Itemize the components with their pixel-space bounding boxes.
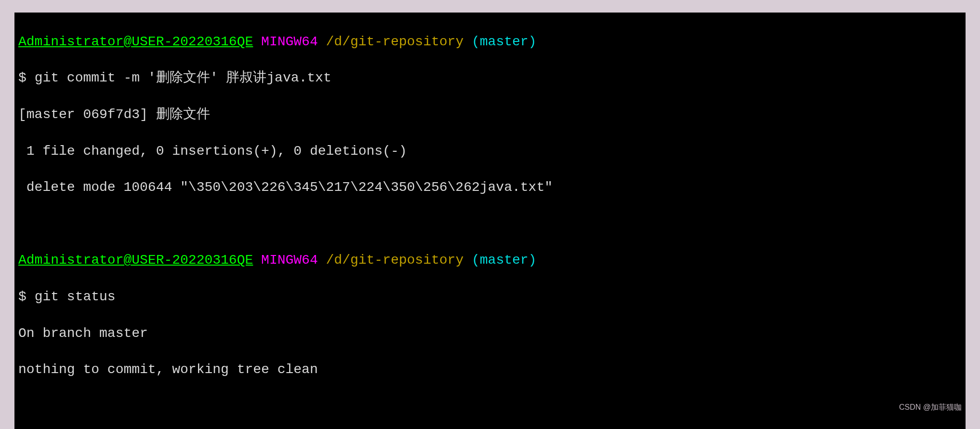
watermark-text: CSDN @加菲猫咖 — [899, 402, 962, 413]
output-line: On branch master — [18, 324, 962, 343]
prompt-branch: (master) — [472, 34, 536, 49]
output-line: 1 file changed, 0 insertions(+), 0 delet… — [18, 142, 962, 161]
prompt-user: Administrator@USER-20220316QE — [18, 253, 253, 268]
prompt-dollar: $ — [18, 289, 26, 304]
terminal-output[interactable]: Administrator@USER-20220316QE MINGW64 /d… — [14, 13, 966, 429]
blank-line — [18, 397, 962, 416]
prompt-path: /d/git-repository — [326, 253, 464, 268]
blank-line — [18, 215, 962, 233]
output-line: delete mode 100644 "\350\203\226\345\217… — [18, 178, 962, 197]
command-1: git commit -m '删除文件' 胖叔讲java.txt — [35, 70, 331, 85]
prompt-line-1: Administrator@USER-20220316QE MINGW64 /d… — [18, 33, 962, 51]
prompt-line-2: Administrator@USER-20220316QE MINGW64 /d… — [18, 251, 962, 269]
command-line-1: $ git commit -m '删除文件' 胖叔讲java.txt — [18, 69, 962, 87]
command-line-2: $ git status — [18, 288, 962, 306]
command-2: git status — [35, 289, 116, 304]
prompt-dollar: $ — [18, 70, 26, 85]
prompt-env: MINGW64 — [261, 253, 318, 268]
prompt-env: MINGW64 — [261, 34, 318, 49]
output-line: [master 069f7d3] 删除文件 — [18, 106, 962, 124]
prompt-path: /d/git-repository — [326, 34, 464, 49]
prompt-branch: (master) — [472, 253, 536, 268]
output-line: nothing to commit, working tree clean — [18, 361, 962, 379]
prompt-user: Administrator@USER-20220316QE — [18, 34, 253, 49]
